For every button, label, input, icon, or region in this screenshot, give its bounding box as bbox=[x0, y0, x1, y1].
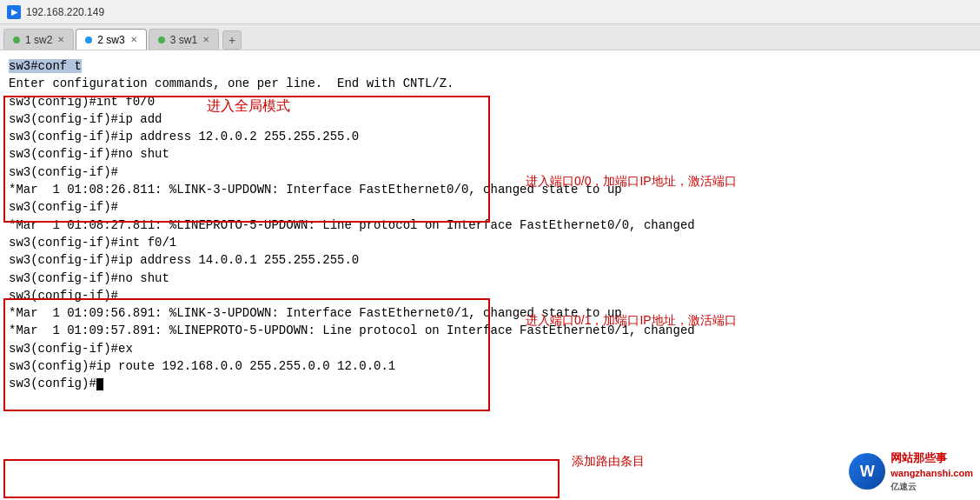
annotation-route: 添加路由条目 bbox=[572, 452, 645, 470]
app-icon: ▶ bbox=[7, 5, 21, 19]
terminal-line-4: sw3(config-if)#ip add bbox=[9, 110, 971, 128]
terminal-line-1: sw3#conf t bbox=[9, 57, 971, 75]
tab-label-sw3: 2 sw3 bbox=[97, 34, 124, 46]
terminal-line-2: Enter configuration commands, one per li… bbox=[9, 75, 971, 92]
annotation-global-mode: 进入全局模式 bbox=[207, 96, 290, 116]
terminal-line-10: *Mar 1 01:08:27.811: %LINEPROTO-5-UPDOWN… bbox=[9, 217, 971, 234]
terminal-line-5: sw3(config-if)#ip address 12.0.0.2 255.2… bbox=[9, 128, 971, 145]
terminal-line-3: sw3(config)#int f0/0 bbox=[9, 93, 971, 110]
tab-bar: 1 sw2 ✕ 2 sw3 ✕ 3 sw1 ✕ + bbox=[0, 24, 980, 50]
tab-add-button[interactable]: + bbox=[222, 30, 242, 50]
watermark-logo: W bbox=[849, 453, 885, 490]
watermark-text-block: 网站那些事 wangzhanshi.com 亿速云 bbox=[891, 450, 973, 493]
terminal-line-16: *Mar 1 01:09:57.891: %LINEPROTO-5-UPDOWN… bbox=[9, 322, 971, 339]
terminal-line-14: sw3(config-if)# bbox=[9, 287, 971, 304]
annotation-port00: 进入端口0/0，加端口IP地址，激活端口 bbox=[526, 172, 737, 190]
terminal-line-6: sw3(config-if)#no shut bbox=[9, 145, 971, 163]
watermark: W 网站那些事 wangzhanshi.com 亿速云 bbox=[849, 450, 973, 493]
terminal-line-11: sw3(config-if)#int f0/1 bbox=[9, 234, 971, 251]
tab-dot-sw3 bbox=[85, 37, 92, 43]
highlight-box-3 bbox=[3, 459, 560, 498]
tab-sw2[interactable]: 1 sw2 ✕ bbox=[3, 29, 74, 50]
terminal-line-8: *Mar 1 01:08:26.811: %LINK-3-UPDOWN: Int… bbox=[9, 181, 971, 198]
terminal-line-15: *Mar 1 01:09:56.891: %LINK-3-UPDOWN: Int… bbox=[9, 304, 971, 322]
tab-sw3[interactable]: 2 sw3 ✕ bbox=[76, 29, 146, 50]
tab-close-sw1[interactable]: ✕ bbox=[202, 35, 209, 44]
tab-dot-sw2 bbox=[13, 37, 20, 43]
terminal-line-7: sw3(config-if)# bbox=[9, 163, 971, 181]
tab-label-sw1: 3 sw1 bbox=[170, 34, 197, 46]
terminal-line-19: sw3(config)# bbox=[9, 375, 971, 392]
title-bar: ▶ 192.168.220.149 bbox=[0, 0, 980, 24]
terminal-line-13: sw3(config-if)#no shut bbox=[9, 270, 971, 287]
terminal-line-12: sw3(config-if)#ip address 14.0.0.1 255.2… bbox=[9, 251, 971, 269]
tab-close-sw3[interactable]: ✕ bbox=[130, 35, 137, 44]
tab-dot-sw1 bbox=[158, 37, 165, 43]
watermark-domain: wangzhanshi.com bbox=[891, 467, 973, 481]
terminal-line-9: sw3(config-if)# bbox=[9, 198, 971, 216]
annotation-port01: 进入端口0/1，加端口IP地址，激活端口 bbox=[526, 311, 737, 329]
title-text: 192.168.220.149 bbox=[26, 6, 104, 18]
terminal-line-17: sw3(config-if)#ex bbox=[9, 340, 971, 357]
terminal-line-18: sw3(config)#ip route 192.168.0.0 255.255… bbox=[9, 357, 971, 375]
tab-label-sw2: 1 sw2 bbox=[25, 34, 52, 46]
tab-sw1[interactable]: 3 sw1 ✕ bbox=[149, 29, 219, 50]
terminal-area: sw3#conf t Enter configuration commands,… bbox=[0, 50, 980, 500]
watermark-host: 亿速云 bbox=[891, 481, 973, 494]
watermark-site-name: 网站那些事 bbox=[891, 450, 973, 467]
tab-close-sw2[interactable]: ✕ bbox=[57, 35, 64, 44]
